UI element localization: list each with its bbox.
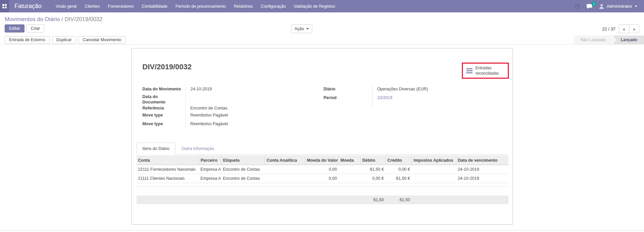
cell-conta: 22111 Fornecedores Nacionais — [137, 165, 199, 174]
activities-clock-button[interactable] — [575, 4, 580, 9]
record-pager: 22 / 37 ‹ › — [602, 24, 639, 33]
reconciled-entries-stat-button[interactable]: Entradas reconciliadas — [463, 64, 508, 78]
field-value-diario: Operações Diversas (EUR) — [372, 85, 502, 93]
systray: 1 Administrator — [575, 0, 644, 12]
menu-item-validacao-registos[interactable]: Validação de Registos — [290, 0, 339, 12]
cell-credito: 0,00 € — [386, 165, 412, 174]
cell-moeda-do-valor: 0,00 — [305, 174, 339, 183]
action-dropdown-button[interactable]: Ação — [291, 24, 312, 33]
field-value-spacer — [372, 102, 502, 108]
top-navbar: Faturação Visão geral Clientes Fornecedo… — [0, 0, 644, 12]
field-value-data-movimento: 24-10-2019 — [185, 85, 307, 93]
field-label-data-movimento: Data do Movimento — [143, 85, 185, 93]
menu-item-fornecedores[interactable]: Fornecedores — [104, 0, 138, 12]
bars-icon — [466, 68, 473, 73]
field-group-left: Data do Movimento 24-10-2019 Data do Doc… — [143, 85, 307, 128]
field-label-period: Period — [324, 93, 372, 102]
menu-item-periodo-processamento[interactable]: Período de processamento — [171, 0, 230, 12]
journal-items-table: Conta Parceiro Etiqueta Conta Analítica … — [137, 156, 508, 187]
column-header-moeda[interactable]: Moeda — [339, 156, 361, 165]
cell-moeda-do-valor: 0,00 — [305, 165, 339, 174]
menu-item-clientes[interactable]: Clientes — [80, 0, 104, 12]
column-header-data-vencimento[interactable]: Data de vencimento — [456, 156, 508, 165]
field-value-period-link[interactable]: 10/2019 — [372, 93, 502, 102]
field-value-data-documento — [185, 93, 307, 105]
reverse-entry-button[interactable]: Entrada de Estorno — [5, 36, 50, 44]
reconciled-entries-label: Entradas reconciliadas — [476, 65, 499, 76]
clock-icon — [575, 4, 580, 9]
form-sheet: DIV/2019/0032 Entradas reconciliadas Dat… — [131, 48, 513, 225]
user-name: Administrator — [606, 4, 632, 9]
table-row[interactable]: 21111 Clientes Nacionais Empresa A Encon… — [137, 174, 508, 183]
table-empty-row — [137, 183, 508, 187]
user-menu[interactable]: Administrator — [599, 4, 637, 9]
notebook-tabs: Itens do Diário Outra Informação — [137, 143, 508, 155]
chevron-down-icon — [306, 28, 309, 29]
field-label-data-documento: Data do Documento — [143, 93, 185, 105]
pager-next-button[interactable]: › — [629, 24, 639, 33]
table-row[interactable]: 22111 Fornecedores Nacionais Empresa A E… — [137, 165, 508, 174]
cell-debito: 0,00 € — [361, 174, 386, 183]
column-header-moeda-do-valor[interactable]: Moeda do Valor — [305, 156, 339, 165]
cell-conta-analitica — [265, 165, 305, 174]
field-groups: Data do Movimento 24-10-2019 Data do Doc… — [143, 85, 502, 128]
field-label-move-type-2: Move type — [143, 120, 185, 128]
field-value-referencia: Encontro de Contas — [185, 105, 307, 111]
apps-menu-button[interactable] — [0, 0, 9, 12]
field-label-spacer — [324, 102, 372, 108]
totals-row: 61,50 61,50 — [137, 196, 508, 204]
cell-impostos — [412, 174, 456, 183]
column-header-conta-analitica[interactable]: Conta Analítica — [265, 156, 305, 165]
breadcrumb-parent-link[interactable]: Movimentos do Diário — [5, 16, 60, 22]
column-header-impostos-aplicados[interactable]: Impostos Aplicados — [412, 156, 456, 165]
statusbar: Não Lançado Lançado — [574, 35, 644, 44]
tab-itens-do-diario[interactable]: Itens do Diário — [137, 143, 176, 155]
menu-item-contabilidade[interactable]: Contabilidade — [138, 0, 171, 12]
page-bottom-divider — [0, 230, 644, 231]
messages-count-badge: 1 — [591, 1, 596, 6]
annotation-red-box: Entradas reconciliadas — [462, 63, 509, 79]
cell-data-vencimento: 24-10-2019 — [456, 165, 508, 174]
app-title: Faturação — [9, 0, 52, 12]
field-value-move-type-1: Reembolso Pagável — [185, 111, 307, 120]
cancel-move-button[interactable]: Cancelar Movimento — [78, 36, 126, 44]
apps-grid-icon — [2, 4, 7, 8]
pager-previous-button[interactable]: ‹ — [619, 24, 629, 33]
cell-moeda — [339, 165, 361, 174]
breadcrumb-current: DIV/2019/0032 — [65, 16, 103, 22]
tab-outra-informacao[interactable]: Outra Informação — [175, 143, 220, 155]
messages-button[interactable]: 1 — [586, 4, 593, 9]
menu-item-configuracao[interactable]: Configuração — [257, 0, 289, 12]
avatar-icon — [599, 4, 604, 9]
record-title: DIV/2019/0032 — [143, 63, 508, 71]
form-toolbar: Editar Criar Ação 22 / 37 ‹ › — [0, 24, 644, 33]
cell-moeda — [339, 174, 361, 183]
main-menu: Visão geral Clientes Fornecedores Contab… — [52, 0, 339, 12]
total-credit: 61,50 — [386, 196, 412, 204]
breadcrumb: Movimentos do Diário / DIV/2019/0032 — [0, 12, 644, 23]
cell-etiqueta: Encontro de Contas — [221, 174, 265, 183]
action-dropdown-label: Ação — [294, 26, 304, 31]
column-header-parceiro[interactable]: Parceiro — [199, 156, 221, 165]
chevron-down-icon — [635, 6, 637, 7]
menu-item-relatorios[interactable]: Relatórios — [230, 0, 257, 12]
create-button[interactable]: Criar — [26, 24, 44, 32]
column-header-debito[interactable]: Débito — [361, 156, 386, 165]
cell-etiqueta: Encontro de Contas — [221, 165, 265, 174]
duplicate-button[interactable]: Duplicar — [52, 36, 76, 44]
column-header-etiqueta[interactable]: Etiqueta — [221, 156, 265, 165]
menu-item-visao-geral[interactable]: Visão geral — [52, 0, 80, 12]
cell-impostos — [412, 165, 456, 174]
edit-button[interactable]: Editar — [5, 24, 24, 32]
status-step-nao-lancado[interactable]: Não Lançado — [574, 35, 612, 44]
field-label-diario: Diário — [324, 85, 372, 93]
cell-debito: 61,50 € — [361, 165, 386, 174]
cell-parceiro: Empresa A — [199, 165, 221, 174]
cell-credito: 61,50 € — [386, 174, 412, 183]
column-header-credito[interactable]: Crédito — [386, 156, 412, 165]
field-value-move-type-2: Reembolso Pagável — [185, 120, 307, 128]
pager-position: 22 / 37 — [602, 26, 615, 31]
column-header-conta[interactable]: Conta — [137, 156, 199, 165]
field-group-right: Diário Operações Diversas (EUR) Period 1… — [324, 85, 502, 128]
status-step-lancado[interactable]: Lançado — [612, 35, 644, 44]
